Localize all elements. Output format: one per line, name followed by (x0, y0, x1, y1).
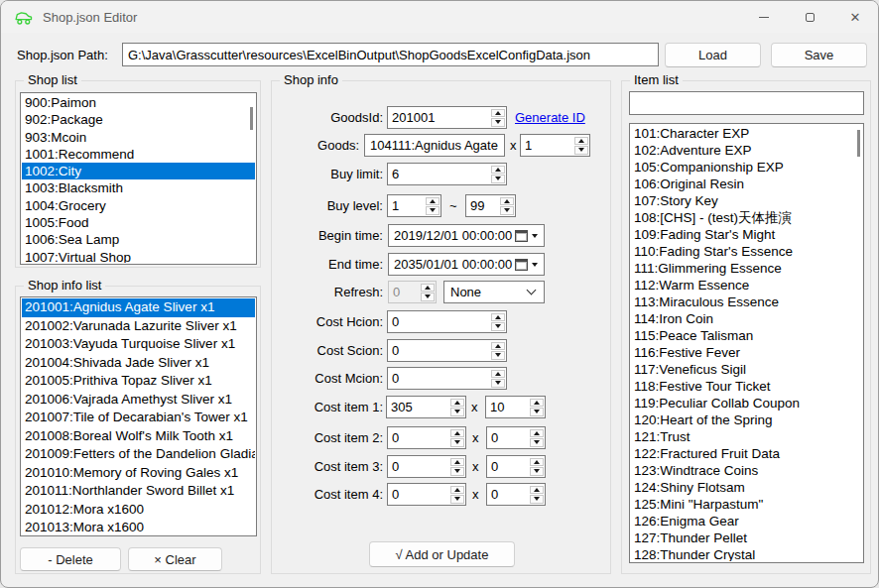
item-list-item[interactable]: 102:Adventure EXP (631, 142, 862, 159)
item-list-item[interactable]: 108:[CHS] - (test)天体推演 (631, 209, 862, 226)
refresh-mode-select[interactable]: None (443, 281, 545, 303)
end-time-picker[interactable]: 2035/01/01 00:00:00 (388, 253, 545, 276)
shop-info-list-item[interactable]: 201009:Fetters of the Dandelion Gladiato (22, 445, 255, 464)
item-list-item[interactable]: 116:Festive Fever (631, 344, 862, 361)
item-list-item[interactable]: 115:Peace Talisman (631, 327, 862, 344)
cost-scion-input[interactable] (388, 340, 490, 361)
item-list-item[interactable]: 128:Thunder Crystal (631, 546, 862, 561)
cost-item-4-qty-input[interactable] (487, 484, 529, 505)
item-list-item[interactable]: 125:Mini "Harpastum" (631, 496, 862, 513)
spin-up-button[interactable] (530, 486, 544, 495)
item-list-item[interactable]: 127:Thunder Pellet (631, 529, 862, 546)
item-list-item[interactable]: 120:Heart of the Spring (631, 412, 862, 428)
cost-item-3-qty-input[interactable] (487, 456, 529, 477)
item-list-item[interactable]: 110:Fading Star's Essence (631, 243, 862, 260)
shop-info-list-item[interactable]: 201011:Northlander Sword Billet x1 (22, 482, 255, 501)
item-list-item[interactable]: 121:Trust (631, 428, 862, 445)
spin-down-button[interactable] (491, 175, 505, 183)
shop-info-list-item[interactable]: 201013:Mora x1600 (22, 519, 255, 534)
cost-item-4-id-input[interactable] (388, 484, 449, 505)
spin-up-button[interactable] (574, 137, 588, 146)
spin-down-button[interactable] (530, 467, 544, 476)
shop-list-item[interactable]: 1004:Grocery (22, 197, 255, 214)
buy-level-min-input[interactable] (388, 195, 425, 216)
spin-down-button[interactable] (450, 495, 464, 504)
shop-info-list-item[interactable]: 201012:Mora x1600 (22, 501, 255, 520)
item-list-item[interactable]: 109:Fading Star's Might (631, 226, 862, 243)
clear-button[interactable]: × Clear (128, 547, 222, 571)
shop-list-item[interactable]: 903:Mcoin (22, 129, 255, 146)
item-list-item[interactable]: 114:Iron Coin (631, 310, 862, 327)
shop-list-scrollbar-thumb[interactable] (250, 107, 253, 130)
shop-list-item[interactable]: 902:Package (22, 111, 255, 128)
shop-info-list-item[interactable]: 201007:Tile of Decarabian's Tower x1 (22, 409, 255, 427)
spin-up-button[interactable] (491, 109, 505, 118)
cost-item-1-qty-input[interactable] (486, 397, 529, 417)
cost-item-3-id-input[interactable] (388, 456, 449, 477)
spin-down-button[interactable] (530, 408, 544, 416)
spin-up-button[interactable] (530, 458, 544, 467)
buy-level-max-input[interactable] (466, 195, 499, 216)
item-list-item[interactable]: 124:Shiny Flotsam (631, 479, 862, 496)
minimize-button[interactable] (741, 1, 787, 33)
item-list-item[interactable]: 113:Miraculous Essence (631, 294, 862, 310)
shop-info-list-item[interactable]: 201002:Varunada Lazurite Sliver x1 (22, 317, 255, 336)
shop-info-list-item[interactable]: 201001:Agnidus Agate Sliver x1 (22, 298, 255, 317)
item-list-item[interactable]: 118:Festive Tour Ticket (631, 378, 862, 395)
shop-info-list-item[interactable]: 201008:Boreal Wolf's Milk Tooth x1 (22, 427, 255, 446)
cost-item-1-id-input[interactable] (387, 397, 449, 417)
spin-up-button[interactable] (491, 313, 505, 322)
save-button[interactable]: Save (771, 43, 867, 67)
spin-up-button[interactable] (450, 486, 464, 495)
spin-up-button[interactable] (491, 370, 505, 379)
shop-list-item[interactable]: 1003:Blacksmith (22, 179, 255, 196)
spin-up-button[interactable] (450, 399, 464, 408)
item-list-item[interactable]: 106:Original Resin (631, 176, 862, 192)
item-list-item[interactable]: 119:Peculiar Collab Coupon (631, 395, 862, 412)
goods-qty-input[interactable] (521, 135, 573, 156)
shop-list-item[interactable]: 1007:Virtual Shop (22, 249, 255, 263)
item-list-item[interactable]: 101:Character EXP (631, 125, 862, 142)
cost-mcion-input[interactable] (388, 368, 490, 389)
item-list-item[interactable]: 105:Companionship EXP (631, 159, 862, 176)
spin-down-button[interactable] (491, 118, 505, 127)
item-list-item[interactable]: 126:Enigma Gear (631, 513, 862, 529)
spin-up-button[interactable] (491, 166, 505, 175)
spin-down-button[interactable] (491, 351, 505, 360)
path-input[interactable] (122, 43, 659, 66)
add-or-update-button[interactable]: √ Add or Update (369, 541, 515, 567)
shop-info-list-item[interactable]: 201003:Vayuda Turquoise Sliver x1 (22, 335, 255, 354)
spin-down-button[interactable] (426, 206, 440, 215)
shop-info-list-item[interactable]: 201004:Shivada Jade Sliver x1 (22, 354, 255, 373)
cost-item-2-qty-input[interactable] (487, 427, 529, 448)
spin-up-button[interactable] (450, 429, 464, 438)
begin-time-picker[interactable]: 2019/12/01 00:00:00 (388, 224, 545, 247)
spin-up-button[interactable] (491, 342, 505, 351)
goodsid-input[interactable] (388, 107, 490, 128)
item-list-item[interactable]: 122:Fractured Fruit Data (631, 445, 862, 462)
shop-list-item[interactable]: 1001:Recommend (22, 146, 255, 163)
shop-info-list-item[interactable]: 201005:Prithiva Topaz Sliver x1 (22, 372, 255, 391)
shop-list-item[interactable]: 900:Paimon (22, 94, 255, 111)
spin-up-button[interactable] (450, 458, 464, 467)
item-list-item[interactable]: 112:Warm Essence (631, 277, 862, 294)
load-button[interactable]: Load (665, 43, 761, 67)
spin-up-button[interactable] (421, 284, 435, 293)
item-list-item[interactable]: 107:Story Key (631, 192, 862, 209)
spin-down-button[interactable] (574, 146, 588, 155)
spin-down-button[interactable] (491, 379, 505, 388)
spin-up-button[interactable] (426, 197, 440, 206)
spin-down-button[interactable] (530, 495, 544, 504)
shop-info-list-item[interactable]: 201006:Vajrada Amethyst Sliver x1 (22, 391, 255, 410)
spin-down-button[interactable] (450, 467, 464, 476)
cost-item-2-id-input[interactable] (388, 427, 449, 448)
close-button[interactable]: ✕ (832, 1, 878, 33)
shop-list-item[interactable]: 1002:City (22, 163, 255, 179)
item-list-scrollbar-thumb[interactable] (857, 130, 860, 157)
generate-id-link[interactable]: Generate ID (515, 110, 585, 125)
cost-hcion-input[interactable] (388, 311, 490, 332)
item-list-item[interactable]: 123:Windtrace Coins (631, 462, 862, 479)
spin-down-button[interactable] (500, 206, 514, 215)
spin-up-button[interactable] (530, 399, 544, 408)
spin-down-button[interactable] (450, 438, 464, 447)
